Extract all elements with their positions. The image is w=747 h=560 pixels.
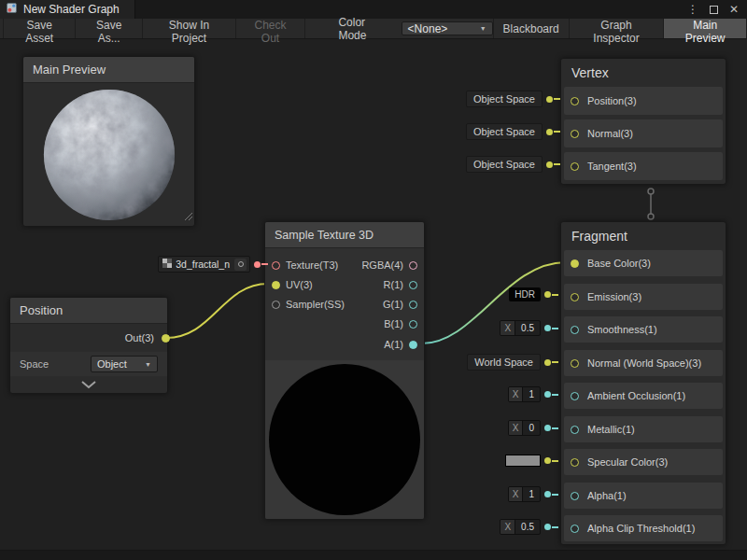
sample-texture-3d-node[interactable]: Sample Texture 3D Texture(T3) UV(3) Samp… [264,221,425,520]
alpha-float-field[interactable]: X1 [448,486,558,502]
connector-dot [546,129,553,135]
float-value[interactable]: 1 [523,489,540,499]
port-ambient-occlusion-input[interactable] [571,392,579,400]
node-collapse-expander[interactable] [10,376,167,394]
fragment-row-smoothness[interactable]: Smoothness(1) [564,316,723,343]
toolbar-spacer [305,19,330,38]
texture-asset-field[interactable]: 3d_fractal_n [147,256,268,273]
sample-input-sampler[interactable]: Sampler(SS) [272,297,345,312]
graph-inspector-toggle-button[interactable]: Graph Inspector [570,19,665,38]
graph-toolbar: Save Asset Save As... Show In Project Ch… [0,19,747,39]
port-label: Position(3) [587,95,637,106]
sample-output-a[interactable]: A(1) [384,337,417,352]
port-normal-input[interactable] [571,130,579,138]
fragment-row-base-color[interactable]: Base Color(3) [564,250,723,276]
sample-output-rgba[interactable]: RGBA(4) [361,258,417,273]
sample-output-r[interactable]: R(1) [384,277,417,292]
space-badge[interactable]: Object Space [466,123,543,140]
port-g-output[interactable] [409,301,417,309]
sample-output-g[interactable]: G(1) [383,297,417,312]
save-asset-button[interactable]: Save Asset [3,19,76,38]
sample-output-b[interactable]: B(1) [384,316,417,331]
space-dropdown[interactable]: Object ▼ [91,356,158,372]
fragment-node[interactable]: Fragment Base Color(3) Emission(3) Smoot… [560,221,726,545]
kebab-menu-icon[interactable]: ⋮ [687,3,698,16]
fragment-row-metallic[interactable]: Metallic(1) [564,416,723,442]
vertex-node[interactable]: Vertex Position(3) Normal(3) Tangent(3) [560,58,726,185]
sample-node-title[interactable]: Sample Texture 3D [265,222,424,248]
port-specular-color-input[interactable] [571,458,579,467]
fragment-row-alpha-clip[interactable]: Alpha Clip Threshold(1) [564,515,723,541]
maximize-icon[interactable] [710,6,718,14]
fragment-row-alpha[interactable]: Alpha(1) [564,483,723,509]
port-out-output[interactable] [162,334,170,343]
float-value[interactable]: 0 [523,423,540,433]
port-smoothness-input[interactable] [571,326,579,334]
port-normal-input[interactable] [571,359,579,368]
float-value[interactable]: 0.5 [515,522,540,532]
main-preview-panel[interactable]: Main Preview [22,56,195,227]
port-sampler-input[interactable] [272,301,280,309]
port-label: RGBA(4) [361,259,403,271]
emission-hdr-field[interactable]: HDR [448,287,558,301]
port-alpha-clip-input[interactable] [571,525,579,533]
sample-input-uv[interactable]: UV(3) [272,277,313,292]
fragment-row-emission[interactable]: Emission(3) [564,284,723,310]
close-icon[interactable]: ✕ [729,3,739,16]
position-output-row[interactable]: Out(3) [10,324,167,352]
port-emission-input[interactable] [571,293,579,301]
object-picker-icon[interactable] [234,259,247,271]
x-axis-label: X [509,487,524,501]
port-texture-input[interactable] [272,261,280,270]
normal-space-dropdown[interactable]: World Space [448,354,558,371]
save-as-button[interactable]: Save As... [76,19,143,38]
space-badge[interactable]: World Space [467,354,541,371]
main-preview-toggle-button[interactable]: Main Preview [664,19,747,38]
float-value[interactable]: 1 [523,389,540,399]
blackboard-toggle-button[interactable]: Blackboard [493,19,570,38]
port-metallic-input[interactable] [571,426,579,434]
fragment-row-ambient-occlusion[interactable]: Ambient Occlusion(1) [564,383,723,409]
sample-input-texture[interactable]: Texture(T3) [272,258,338,273]
color-swatch[interactable] [505,455,541,467]
port-base-color-input[interactable] [571,259,579,268]
wire-position-to-uv[interactable] [166,284,268,338]
smoothness-float-field[interactable]: X0.5 [448,320,558,336]
vertex-row-normal[interactable]: Normal(3) [564,119,723,147]
document-tab[interactable]: New Shader Graph [0,0,135,19]
main-preview-body [23,83,194,226]
position-node[interactable]: Position Out(3) Space Object ▼ [9,297,168,394]
port-tangent-input[interactable] [571,162,579,171]
port-uv-input[interactable] [272,281,280,289]
color-mode-dropdown[interactable]: <None> ▼ [402,21,493,35]
fragment-row-specular-color[interactable]: Specular Color(3) [564,449,723,475]
position-node-title[interactable]: Position [10,298,167,324]
shader-graph-icon [6,2,18,17]
port-a-output[interactable] [409,341,417,349]
port-rgba-output[interactable] [409,261,417,270]
port-position-input[interactable] [571,97,579,105]
vertex-row-tangent[interactable]: Tangent(3) [564,152,723,180]
ambient-occlusion-float-field[interactable]: X1 [448,386,558,402]
fragment-row-normal[interactable]: Normal (World Space)(3) [564,350,723,376]
float-value[interactable]: 0.5 [515,323,540,333]
port-b-output[interactable] [409,320,417,329]
space-badge[interactable]: Object Space [466,91,543,107]
main-preview-title[interactable]: Main Preview [23,57,194,83]
port-label: B(1) [384,318,403,329]
show-in-project-button[interactable]: Show In Project [143,19,236,38]
tangent-space-dropdown[interactable]: Object Space [458,156,560,173]
metallic-float-field[interactable]: X0 [448,420,558,436]
port-alpha-input[interactable] [571,492,579,500]
space-badge[interactable]: Object Space [466,156,543,173]
specular-color-swatch[interactable] [448,455,558,467]
normal-space-dropdown[interactable]: Object Space [458,123,560,140]
alpha-clip-float-field[interactable]: X0.5 [448,519,558,535]
hdr-badge[interactable]: HDR [509,287,541,301]
port-r-output[interactable] [409,281,417,289]
vertex-row-position[interactable]: Position(3) [564,87,723,115]
position-space-dropdown[interactable]: Object Space [458,91,560,107]
resize-handle-icon[interactable] [185,207,192,224]
texture-asset-name: 3d_fractal_n [176,259,230,270]
fragment-node-title: Fragment [561,222,726,250]
